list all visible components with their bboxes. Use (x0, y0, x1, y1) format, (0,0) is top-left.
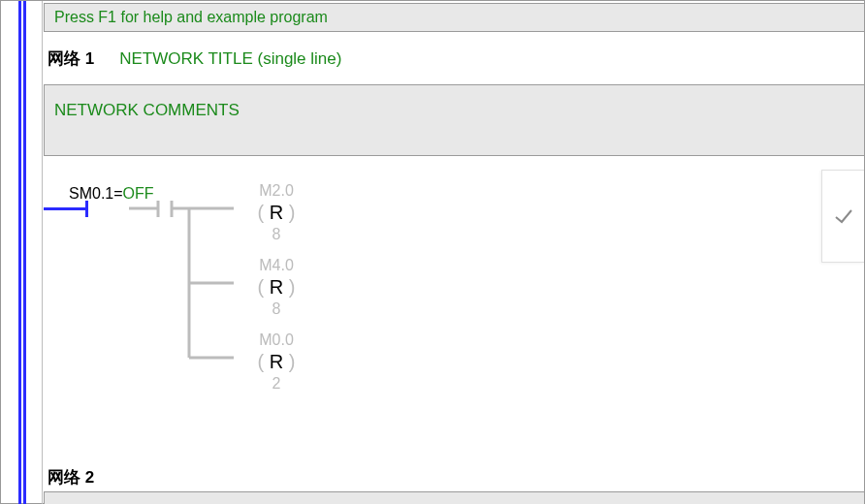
coil-2-type: R (270, 276, 283, 298)
coil-1-count: 8 (228, 226, 325, 243)
coil-1-address: M2.0 (228, 182, 325, 200)
network-2-header[interactable]: 网络 2 (44, 458, 864, 494)
check-button-pane[interactable] (821, 170, 864, 263)
help-hint-box: Press F1 for help and example program (44, 3, 864, 32)
network-1-label: 网络 1 (48, 47, 94, 70)
network-2-comments-box[interactable] (44, 491, 864, 504)
left-power-rail (18, 1, 26, 504)
coil-3-symbol: ( R ) (228, 351, 325, 373)
network-1-header[interactable]: 网络 1 NETWORK TITLE (single line) (44, 40, 864, 76)
coil-1-type: R (270, 202, 283, 223)
coil-2[interactable]: M4.0 ( R ) 8 (228, 257, 325, 318)
network-2-label: 网络 2 (48, 466, 94, 488)
ladder-wires (44, 179, 625, 431)
editor-pane: Press F1 for help and example program 网络… (0, 0, 865, 504)
coil-2-address: M4.0 (228, 257, 325, 274)
coil-3-count: 2 (228, 375, 325, 393)
network-1-ladder[interactable]: SM0.1=OFF M2.0 ( R ) 8 M4.0 ( R ) 8 (44, 179, 864, 431)
gutter-divider (42, 1, 43, 504)
coil-3-type: R (270, 351, 283, 372)
coil-1-symbol: ( R ) (228, 202, 325, 224)
coil-3[interactable]: M0.0 ( R ) 2 (228, 331, 325, 393)
coil-2-count: 8 (228, 300, 325, 318)
coil-3-address: M0.0 (228, 331, 325, 349)
check-icon (833, 205, 854, 227)
coil-2-symbol: ( R ) (228, 276, 325, 299)
coil-1[interactable]: M2.0 ( R ) 8 (228, 182, 325, 243)
network-1-title[interactable]: NETWORK TITLE (single line) (119, 49, 341, 69)
help-hint-text: Press F1 for help and example program (54, 9, 328, 26)
network-1-comments-box[interactable]: NETWORK COMMENTS (44, 84, 864, 156)
network-1-comments-text: NETWORK COMMENTS (54, 101, 240, 119)
